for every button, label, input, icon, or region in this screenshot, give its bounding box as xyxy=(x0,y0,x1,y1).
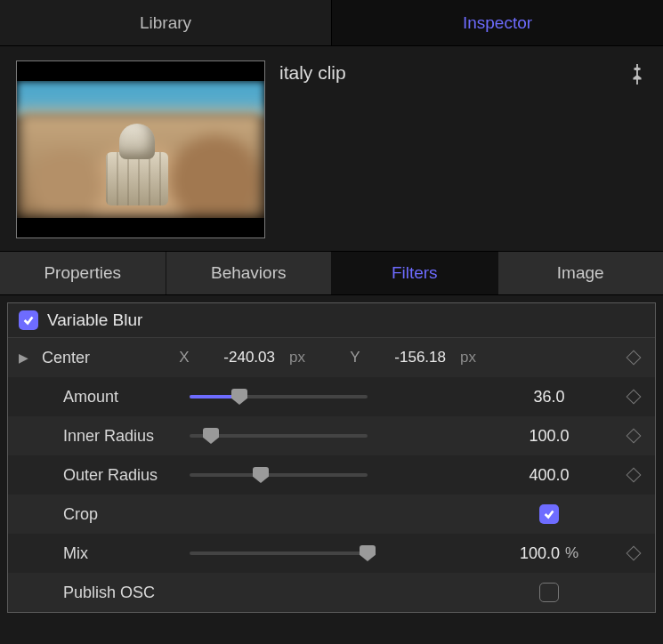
filter-name-label: Variable Blur xyxy=(47,310,142,330)
slider-amount[interactable] xyxy=(190,388,368,406)
filter-header: Variable Blur xyxy=(8,303,655,338)
center-y-label: Y xyxy=(346,349,364,366)
filter-enable-checkbox[interactable] xyxy=(19,310,38,330)
param-row-crop: Crop xyxy=(8,495,655,534)
publish-osc-checkbox[interactable] xyxy=(539,583,559,602)
tab-library[interactable]: Library xyxy=(0,0,332,45)
param-row-amount: Amount 36.0 xyxy=(8,377,655,416)
keyframe-mix[interactable] xyxy=(623,548,644,559)
tab-behaviors[interactable]: Behaviors xyxy=(166,252,333,294)
param-row-center: ▶ Center X -240.03 px Y -156.18 px xyxy=(8,338,655,377)
param-label-mix: Mix xyxy=(38,544,182,563)
center-x-unit: px xyxy=(289,349,312,366)
param-label-outer-radius: Outer Radius xyxy=(38,466,182,485)
clip-thumbnail[interactable] xyxy=(16,60,265,238)
param-row-inner-radius: Inner Radius 100.0 xyxy=(8,416,655,455)
center-x-label: X xyxy=(175,349,193,366)
top-tab-bar: Library Inspector xyxy=(0,0,663,46)
slider-outer-radius[interactable] xyxy=(190,466,368,484)
param-row-publish-osc: Publish OSC xyxy=(8,573,655,612)
tab-properties[interactable]: Properties xyxy=(0,252,166,294)
tab-filters[interactable]: Filters xyxy=(332,252,498,294)
keyframe-outer-radius[interactable] xyxy=(623,470,644,480)
value-outer-radius[interactable]: 400.0 xyxy=(482,466,616,485)
param-row-outer-radius: Outer Radius 400.0 xyxy=(8,455,655,495)
value-inner-radius[interactable]: 100.0 xyxy=(482,427,616,446)
disclosure-icon[interactable]: ▶ xyxy=(15,350,31,365)
slider-mix[interactable] xyxy=(190,544,368,562)
tab-image[interactable]: Image xyxy=(498,252,664,294)
keyframe-amount[interactable] xyxy=(623,391,644,402)
clip-title: italy clip xyxy=(279,60,346,238)
crop-checkbox[interactable] xyxy=(539,504,559,524)
slider-inner-radius[interactable] xyxy=(190,427,368,445)
param-row-mix: Mix 100.0 % xyxy=(8,534,655,573)
center-values: X -240.03 px Y -156.18 px xyxy=(175,349,616,366)
inspector-tab-bar: Properties Behaviors Filters Image xyxy=(0,251,663,295)
param-label-amount: Amount xyxy=(38,388,182,407)
pin-icon[interactable] xyxy=(627,62,647,85)
center-x-value[interactable]: -240.03 xyxy=(202,349,275,366)
value-mix[interactable]: 100.0 % xyxy=(482,544,616,563)
param-label-crop: Crop xyxy=(38,505,182,524)
keyframe-inner-radius[interactable] xyxy=(623,431,644,441)
tab-inspector[interactable]: Inspector xyxy=(332,0,663,45)
keyframe-center[interactable] xyxy=(623,352,644,363)
param-label-publish-osc: Publish OSC xyxy=(38,584,182,602)
param-label-inner-radius: Inner Radius xyxy=(38,427,182,446)
preview-area: italy clip xyxy=(0,46,663,251)
filters-panel: Variable Blur ▶ Center X -240.03 px Y -1… xyxy=(7,302,656,613)
center-y-value[interactable]: -156.18 xyxy=(373,349,446,366)
center-y-unit: px xyxy=(460,349,483,366)
value-amount[interactable]: 36.0 xyxy=(482,388,616,407)
param-label-center: Center xyxy=(38,349,168,367)
